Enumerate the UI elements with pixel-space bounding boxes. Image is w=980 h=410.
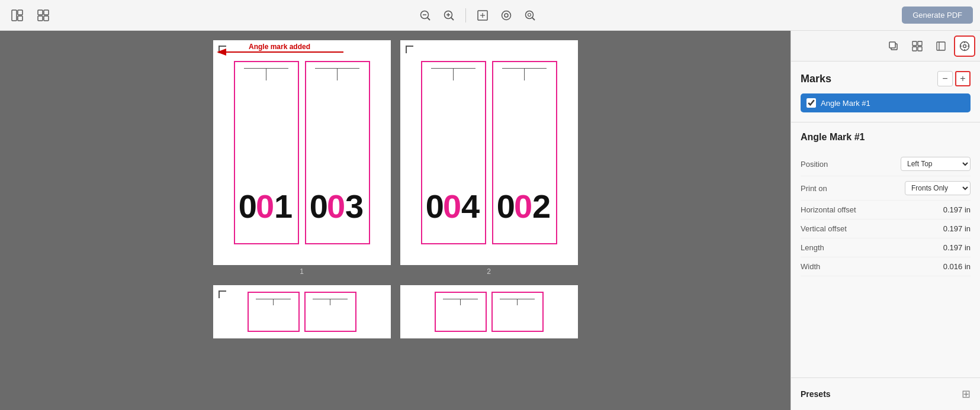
card-t-stem (517, 299, 518, 305)
canvas-area: Angle mark added 001 (0, 31, 791, 410)
zoom-fit-button[interactable] (497, 7, 516, 24)
toolbar-center (58, 7, 897, 24)
card-t-stem (524, 69, 525, 80)
main-area: Angle mark added 001 (0, 31, 980, 410)
toolbar-divider (465, 8, 466, 22)
prop-row-position: Position Left Top Right Top Left Bottom … (801, 152, 971, 176)
h-offset-label: Horizontal offset (801, 205, 856, 214)
angle-mark-prop-title: Angle Mark #1 (801, 132, 971, 143)
card-002-number: 002 (497, 187, 552, 225)
width-value: 0.016 in (943, 262, 971, 271)
svg-point-18 (505, 14, 508, 17)
fit-page-button[interactable] (473, 7, 492, 24)
mark-item-angle1[interactable]: Angle Mark #1 (801, 93, 971, 112)
card-t-stem (330, 299, 330, 305)
copy-panel-button[interactable] (883, 35, 904, 57)
zoom-out-button[interactable] (416, 7, 435, 24)
toolbar: Generate PDF (0, 0, 980, 31)
toolbar-left (7, 7, 53, 24)
toolbar-right: Generate PDF (902, 7, 973, 24)
page-3-partial (213, 285, 391, 338)
angle-mark-corner-3 (218, 290, 229, 301)
card-t-stem (460, 299, 461, 305)
h-offset-value: 0.197 in (943, 205, 971, 214)
grid-panel-button[interactable] (907, 35, 928, 57)
cards-grid-1: 001 003 (222, 49, 382, 256)
card-t-stem (266, 69, 266, 80)
card-003-number: 003 (310, 187, 365, 225)
svg-rect-6 (44, 16, 49, 21)
mark-item-label: Angle Mark #1 (821, 99, 870, 108)
marks-title: Marks (801, 73, 831, 85)
svg-line-21 (532, 18, 535, 20)
panel-icon-row (791, 31, 980, 62)
svg-rect-27 (912, 41, 917, 46)
card-001-number: 001 (239, 187, 294, 225)
svg-rect-2 (18, 16, 23, 21)
card-partial-2 (304, 292, 356, 332)
generate-pdf-button[interactable]: Generate PDF (902, 7, 973, 24)
card-partial-3 (435, 292, 487, 332)
card-partial-4 (491, 292, 544, 332)
zoom-in-button[interactable] (439, 7, 458, 24)
svg-rect-30 (918, 47, 922, 51)
page-1: Angle mark added 001 (213, 40, 391, 265)
print-on-label: Print on (801, 184, 827, 193)
card-001: 001 (234, 61, 299, 244)
length-label: Length (801, 243, 824, 252)
cards-grid-4 (430, 287, 548, 337)
prop-row-v-offset: Vertical offset 0.197 in (801, 219, 971, 238)
marks-section: Marks − + Angle Mark #1 (791, 62, 980, 122)
page-number-2: 2 (487, 267, 491, 276)
page-number-1: 1 (300, 267, 304, 276)
prop-row-width: Width 0.016 in (801, 257, 971, 276)
card-t-stem (273, 299, 274, 305)
layout-icon-1[interactable] (7, 7, 27, 24)
marks-panel-button[interactable] (954, 35, 975, 57)
position-label: Position (801, 160, 828, 169)
marks-controls: − + (937, 71, 971, 86)
svg-rect-28 (918, 41, 922, 46)
svg-rect-31 (937, 42, 945, 50)
marks-header: Marks − + (801, 71, 971, 86)
zoom-actual-button[interactable] (520, 7, 539, 24)
angle-mark-corner-2 (405, 45, 416, 56)
svg-line-13 (451, 18, 454, 20)
expand-panel-button[interactable] (930, 35, 952, 57)
page-wrapper-2: 004 002 2 (400, 40, 578, 276)
svg-point-19 (526, 11, 534, 18)
svg-rect-0 (12, 10, 17, 21)
mark-item-checkbox[interactable] (807, 98, 816, 108)
svg-rect-26 (889, 42, 895, 48)
card-t-stem (453, 69, 454, 80)
cards-grid-3 (243, 287, 361, 337)
angle-mark-corner-1 (218, 45, 229, 56)
right-panel: Marks − + Angle Mark #1 Angle Mark #1 Po… (791, 31, 980, 410)
presets-label: Presets (801, 389, 831, 399)
card-004: 004 (421, 61, 486, 244)
prop-row-print-on: Print on Fronts Only Backs Only Both (801, 176, 971, 201)
pages-row-2 (9, 285, 781, 338)
position-select[interactable]: Left Top Right Top Left Bottom Right Bot… (901, 157, 971, 171)
layout-icon-2[interactable] (33, 7, 53, 24)
card-partial-1 (248, 292, 300, 332)
svg-point-34 (963, 44, 966, 47)
page-4-partial (400, 285, 578, 338)
marks-minus-button[interactable]: − (937, 71, 953, 86)
page-wrapper-3 (213, 285, 391, 338)
svg-rect-29 (912, 47, 917, 51)
presets-section: Presets ⊞ (791, 377, 980, 410)
page-2: 004 002 (400, 40, 578, 265)
svg-rect-3 (38, 10, 43, 15)
page-wrapper-1: Angle mark added 001 (213, 40, 391, 276)
svg-rect-4 (44, 10, 49, 15)
card-t-stem (337, 69, 338, 80)
v-offset-label: Vertical offset (801, 224, 847, 233)
print-on-select[interactable]: Fronts Only Backs Only Both (905, 181, 971, 195)
prop-row-h-offset: Horizontal offset 0.197 in (801, 201, 971, 219)
v-offset-value: 0.197 in (943, 224, 971, 233)
svg-rect-5 (38, 16, 43, 21)
card-003: 003 (305, 61, 370, 244)
presets-grid-icon[interactable]: ⊞ (962, 388, 971, 401)
marks-plus-button[interactable]: + (955, 71, 971, 86)
